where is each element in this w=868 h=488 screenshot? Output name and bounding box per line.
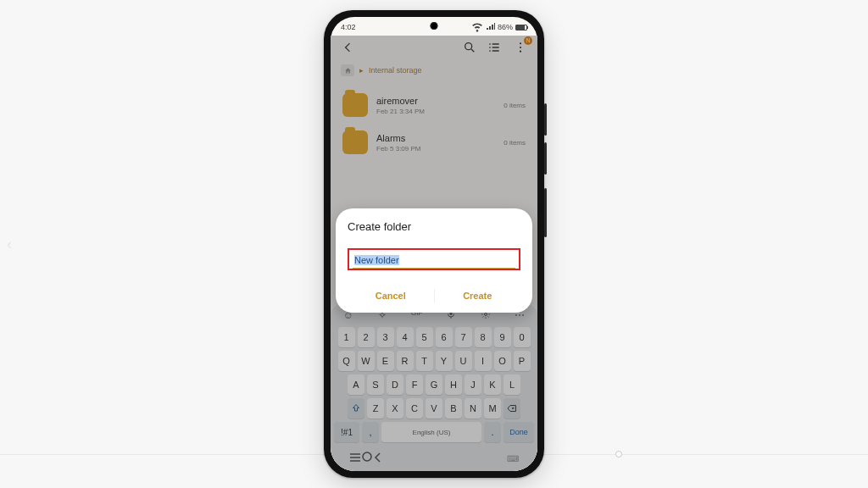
- signal-icon: [487, 23, 495, 32]
- phone-frame: 4:02 86%: [324, 10, 544, 478]
- wifi-icon: [470, 19, 484, 35]
- battery-pct: 86%: [498, 23, 513, 31]
- dialog-field-highlight: [348, 248, 520, 270]
- status-time: 4:02: [341, 23, 356, 31]
- battery-icon: [515, 25, 527, 30]
- create-folder-dialog: Create folder Cancel Create: [336, 208, 532, 313]
- folder-name-input[interactable]: [353, 252, 515, 269]
- power-button: [544, 188, 547, 237]
- front-camera: [431, 22, 438, 30]
- page-progress-handle[interactable]: [615, 451, 622, 458]
- create-button[interactable]: Create: [435, 282, 521, 306]
- volume-up-button: [544, 103, 547, 136]
- cancel-button[interactable]: Cancel: [348, 282, 434, 306]
- dialog-title: Create folder: [348, 220, 520, 233]
- page-prev-chevron: ‹: [7, 236, 12, 253]
- volume-down-button: [544, 142, 547, 175]
